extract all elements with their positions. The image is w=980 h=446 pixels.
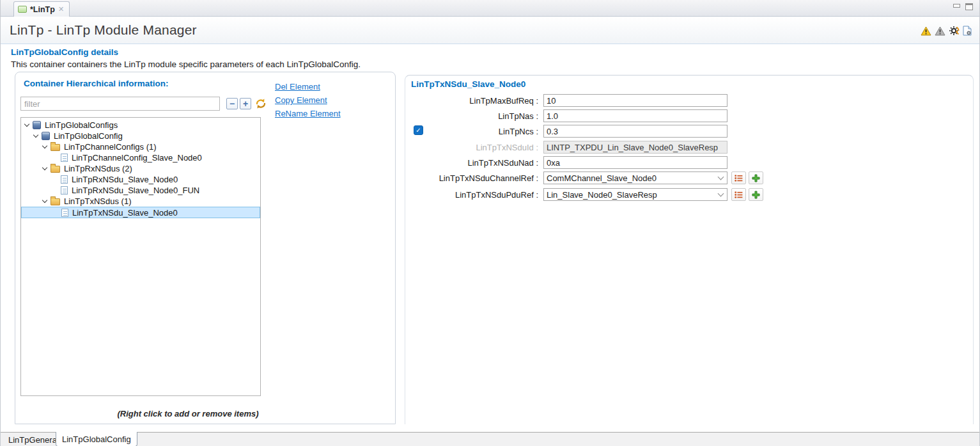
hierarchy-panel-title: Container Hierarchical information: — [24, 79, 169, 88]
del-element-link[interactable]: Del Element — [275, 82, 341, 92]
details-panel-title: LinTpTxNSdu_Slave_Node0 — [411, 79, 525, 89]
tree-item-label: LinTpGlobalConfigs — [45, 120, 118, 130]
element-actions: Del Element Copy Element ReName Element — [275, 82, 341, 118]
chevron-down-icon[interactable] — [42, 165, 47, 170]
maximize-icon[interactable] — [965, 3, 973, 10]
hierarchy-panel: Container Hierarchical information: − + … — [15, 72, 396, 424]
hierarchy-tree: LinTpGlobalConfigs LinTpGlobalConfig Lin… — [20, 117, 261, 396]
tree-item-lintprxnsdu-slave-node0[interactable]: LinTpRxNSdu_Slave_Node0 — [21, 174, 260, 185]
chevron-down-icon[interactable] — [24, 122, 29, 127]
chevron-down-icon[interactable] — [42, 198, 47, 203]
tree-item-label: LinTpTxNSdus (1) — [64, 196, 131, 206]
folder-icon — [51, 144, 60, 151]
document-icon — [61, 154, 68, 162]
tree-item-lintptxnsdus[interactable]: LinTpTxNSdus (1) — [21, 196, 260, 207]
refresh-icon[interactable] — [254, 97, 267, 110]
channelref-add-button[interactable] — [749, 171, 763, 184]
field-label: LinTpTxNSduPduRef — [405, 190, 538, 200]
combo-value: Lin_Slave_Node0_SlaveResp — [547, 190, 719, 200]
tree-item-label: LinTpGlobalConfig — [54, 131, 123, 141]
lintpncs-field[interactable] — [543, 125, 727, 138]
generate-file-icon[interactable] — [963, 26, 972, 36]
channelref-list-button[interactable] — [731, 171, 746, 184]
chevron-down-icon — [718, 190, 724, 196]
minimize-icon[interactable] — [953, 4, 960, 8]
pduref-list-button[interactable] — [731, 188, 746, 201]
window-controls — [953, 3, 973, 10]
lintptxnsdunad-field[interactable] — [543, 156, 727, 169]
section-description: This container containers the LinTp modu… — [11, 60, 361, 69]
editor-tab-bar: *LinTp ✕ — [1, 0, 979, 17]
tree-item-lintpchannelconfigs[interactable]: LinTpChannelConfigs (1) — [21, 141, 260, 152]
title-toolbar — [921, 26, 972, 36]
tree-item-label: LinTpChannelConfigs (1) — [64, 142, 157, 152]
warning-icon[interactable] — [921, 26, 931, 36]
section-heading: LinTpGlobalConfig details — [11, 47, 118, 57]
title-bar: LinTp - LinTp Module Manager — [1, 17, 979, 44]
tree-item-lintprxnsdu-slave-node0-fun[interactable]: LinTpRxNSdu_Slave_Node0_FUN — [21, 185, 260, 196]
field-label: LinTpTxNSduId — [405, 143, 538, 152]
tree-item-label: LinTpTxNSdu_Slave_Node0 — [72, 208, 178, 218]
muted-warning-icon[interactable] — [935, 26, 945, 36]
module-icon — [18, 6, 27, 13]
field-label: LinTpNcs — [405, 127, 538, 136]
combo-value: ComMChannel_Slave_Node0 — [547, 173, 719, 183]
config-icon — [33, 121, 41, 129]
field-label: LinTpTxNSduNad — [405, 158, 538, 168]
field-label: LinTpNas — [405, 111, 538, 121]
lintptxnsduchannelref-combo[interactable]: ComMChannel_Slave_Node0 — [543, 171, 727, 184]
details-panel: LinTpTxNSdu_Slave_Node0 LinTpMaxBufReq L… — [405, 75, 974, 424]
lintptxnsduid-field — [543, 141, 727, 154]
sync-config-icon[interactable] — [949, 26, 960, 36]
editor-tab-lintp[interactable]: *LinTp ✕ — [13, 1, 70, 17]
chevron-down-icon — [718, 173, 724, 180]
field-label: LinTpMaxBufReq — [405, 96, 538, 106]
lintpmaxbufreq-field[interactable] — [543, 94, 727, 107]
copy-element-link[interactable]: Copy Element — [275, 95, 341, 105]
chevron-down-icon[interactable] — [42, 143, 47, 148]
editor-window: *LinTp ✕ LinTp - LinTp Module Manager — [0, 0, 980, 446]
tree-hint-text: (Right click to add or remove items) — [54, 409, 322, 418]
tree-item-label: LinTpChannelConfig_Slave_Node0 — [72, 153, 202, 163]
tree-item-label: LinTpRxNSdu_Slave_Node0 — [72, 175, 178, 184]
field-label: LinTpTxNSduChannelRef — [405, 173, 538, 183]
lintptxnsdupduref-combo[interactable]: Lin_Slave_Node0_SlaveResp — [543, 188, 727, 201]
tree-item-lintpglobalconfigs[interactable]: LinTpGlobalConfigs — [21, 120, 260, 131]
document-icon — [61, 186, 68, 195]
rename-element-link[interactable]: ReName Element — [275, 109, 341, 118]
lintpnas-field[interactable] — [543, 109, 727, 122]
filter-input[interactable] — [20, 97, 220, 111]
tree-item-label: LinTpRxNSdu_Slave_Node0_FUN — [72, 186, 199, 195]
tree-item-label: LinTpRxNSdus (2) — [64, 164, 132, 173]
close-icon[interactable]: ✕ — [58, 6, 64, 13]
expand-all-icon[interactable]: + — [240, 98, 251, 109]
tree-item-lintprxnsdus[interactable]: LinTpRxNSdus (2) — [21, 163, 260, 174]
editor-tab-label: *LinTp — [30, 5, 55, 14]
header-separator — [1, 44, 979, 44]
tree-item-lintpglobalconfig[interactable]: LinTpGlobalConfig — [21, 131, 260, 141]
bottom-tab-bar: LinTpGeneral LinTpGlobalConfig — [1, 432, 979, 446]
chevron-down-icon[interactable] — [33, 132, 38, 138]
tree-item-lintptxnsdu-slave-node0[interactable]: LinTpTxNSdu_Slave_Node0 — [21, 207, 260, 218]
folder-icon — [51, 166, 60, 173]
tab-lintpglobalconfig[interactable]: LinTpGlobalConfig — [56, 432, 137, 446]
collapse-all-icon[interactable]: − — [226, 98, 238, 109]
folder-icon — [51, 198, 60, 205]
config-icon — [42, 132, 50, 140]
pduref-add-button[interactable] — [749, 188, 763, 201]
document-icon — [61, 175, 68, 184]
tree-item-lintpchannelconfig-slave-node0[interactable]: LinTpChannelConfig_Slave_Node0 — [21, 152, 260, 163]
document-icon — [61, 209, 68, 217]
page-title: LinTp - LinTp Module Manager — [10, 22, 197, 38]
